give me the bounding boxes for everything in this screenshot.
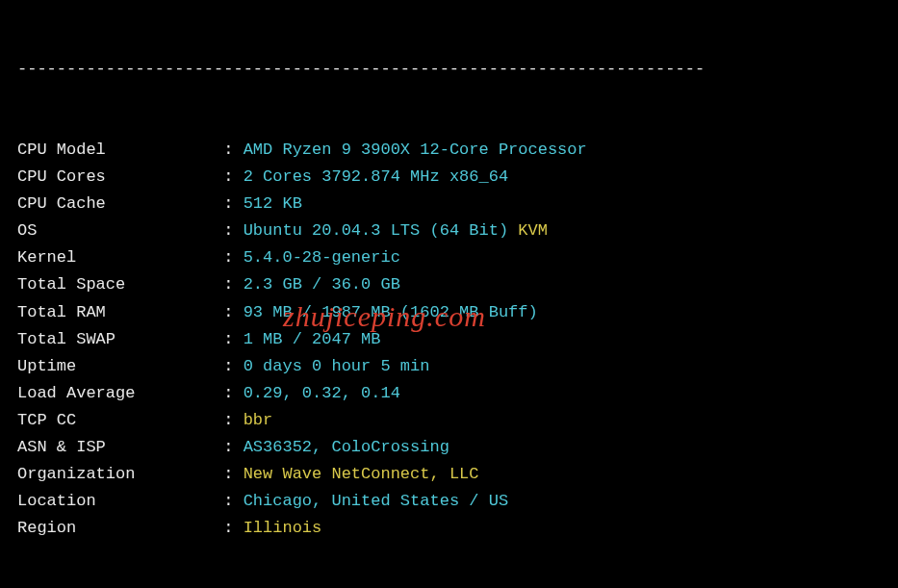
info-row: CPU Model: AMD Ryzen 9 3900X 12-Core Pro… xyxy=(17,137,898,164)
row-label: Location xyxy=(17,488,223,515)
row-value: KVM xyxy=(508,221,548,240)
info-row: CPU Cache: 512 KB xyxy=(17,191,898,217)
info-row: Total RAM: 93 MB / 1987 MB (1602 MB Buff… xyxy=(17,299,898,326)
row-colon: : xyxy=(223,221,243,240)
info-row: Location: Chicago, United States / US xyxy=(17,488,898,515)
info-row: TCP CC: bbr xyxy=(17,407,898,434)
row-value: Ubuntu 20.04.3 LTS (64 Bit) xyxy=(244,221,508,240)
info-row: Total SWAP: 1 MB / 2047 MB xyxy=(17,326,898,353)
info-row: CPU Cores: 2 Cores 3792.874 MHz x86_64 xyxy=(17,164,898,191)
terminal-output: ----------------------------------------… xyxy=(0,0,898,588)
row-colon: : xyxy=(223,438,243,456)
row-label: Total RAM xyxy=(17,299,223,326)
row-value: 1 MB / 2047 MB xyxy=(244,330,381,348)
info-row: Total Space: 2.3 GB / 36.0 GB xyxy=(17,271,898,298)
info-row: Kernel: 5.4.0-28-generic xyxy=(17,244,898,271)
row-colon: : xyxy=(223,519,243,537)
row-label: Total Space xyxy=(17,271,223,298)
row-value: bbr xyxy=(244,411,273,429)
row-value: 0.29, 0.32, 0.14 xyxy=(244,384,400,402)
row-colon: : xyxy=(223,357,243,375)
row-value: New Wave NetConnect, LLC xyxy=(244,465,479,483)
row-colon: : xyxy=(223,275,243,294)
row-label: CPU Cache xyxy=(17,191,223,217)
row-value: 93 MB / 1987 MB (1602 MB Buff) xyxy=(244,303,538,321)
row-colon: : xyxy=(223,303,243,321)
row-value: 512 KB xyxy=(244,194,302,213)
row-colon: : xyxy=(223,141,243,159)
info-row: Uptime: 0 days 0 hour 5 min xyxy=(17,353,898,380)
row-label: Region xyxy=(17,515,223,542)
row-label: OS xyxy=(17,217,223,244)
info-row: Organization: New Wave NetConnect, LLC xyxy=(17,461,898,488)
row-value: 2.3 GB / 36.0 GB xyxy=(244,275,400,294)
row-colon: : xyxy=(223,248,243,267)
row-label: Organization xyxy=(17,461,223,488)
row-value: 2 Cores 3792.874 MHz x86_64 xyxy=(244,167,508,186)
row-label: CPU Cores xyxy=(17,164,223,191)
row-colon: : xyxy=(223,492,243,510)
row-label: TCP CC xyxy=(17,407,223,434)
divider-top: ----------------------------------------… xyxy=(17,56,898,83)
info-row: ASN & ISP: AS36352, ColoCrossing xyxy=(17,434,898,461)
info-row: Load Average: 0.29, 0.32, 0.14 xyxy=(17,380,898,407)
row-value: Illinois xyxy=(244,519,322,537)
row-value: AMD Ryzen 9 3900X 12-Core Processor xyxy=(244,141,587,159)
row-colon: : xyxy=(223,465,243,483)
row-value: 5.4.0-28-generic xyxy=(244,248,400,267)
row-label: CPU Model xyxy=(17,137,223,164)
row-label: Kernel xyxy=(17,244,223,271)
info-row: OS: Ubuntu 20.04.3 LTS (64 Bit) KVM xyxy=(17,217,898,244)
row-colon: : xyxy=(223,167,243,186)
row-colon: : xyxy=(223,384,243,402)
row-value: 0 days 0 hour 5 min xyxy=(244,357,430,375)
row-colon: : xyxy=(223,330,243,348)
row-label: Uptime xyxy=(17,353,223,380)
row-label: ASN & ISP xyxy=(17,434,223,461)
row-colon: : xyxy=(223,411,243,429)
row-colon: : xyxy=(223,194,243,213)
row-label: Total SWAP xyxy=(17,326,223,353)
row-label: Load Average xyxy=(17,380,223,407)
row-value: Chicago, United States / US xyxy=(244,492,508,510)
info-row: Region: Illinois xyxy=(17,515,898,542)
row-value: AS36352, ColoCrossing xyxy=(244,438,449,456)
